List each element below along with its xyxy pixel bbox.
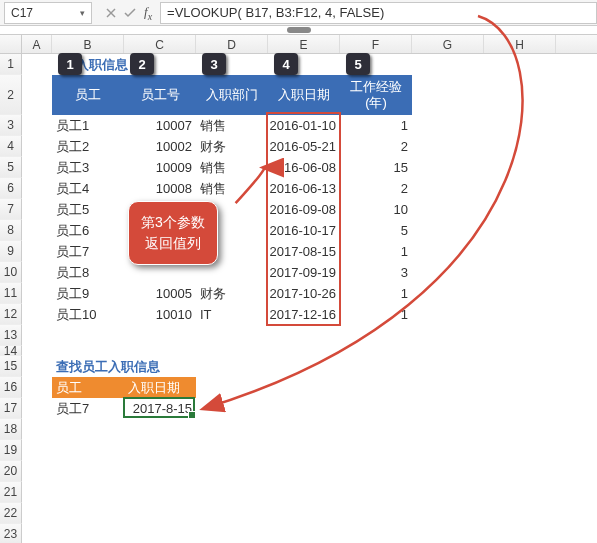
column-badge-5: 5 (346, 53, 370, 75)
col-header-E[interactable]: E (268, 35, 340, 53)
table-row-date: 2017-08-15 (268, 241, 340, 262)
name-box-dropdown-icon[interactable]: ▾ (80, 8, 85, 18)
row-header-8[interactable]: 8 (0, 220, 22, 241)
lookup-result-emp: 员工7 (52, 398, 124, 419)
column-badge-4: 4 (274, 53, 298, 75)
callout-line1: 第3个参数 (141, 212, 205, 233)
row-header-6[interactable]: 6 (0, 178, 22, 199)
lookup-result-date: 2017-8-15 (124, 398, 196, 419)
table-row-dept: 销售 (196, 178, 268, 199)
table-row-emp: 员工9 (52, 283, 124, 304)
table-row-dept: IT (196, 304, 268, 325)
table-row-date: 2016-10-17 (268, 220, 340, 241)
lookup-header-emp: 员工 (52, 377, 124, 398)
table-row-emp: 员工5 (52, 199, 124, 220)
row-header-7[interactable]: 7 (0, 199, 22, 220)
col-header-B[interactable]: B (52, 35, 124, 53)
table-row-exp: 2 (340, 178, 412, 199)
column-badge-1: 1 (58, 53, 82, 75)
cancel-icon[interactable] (106, 8, 116, 18)
table-row-no: 10005 (124, 283, 196, 304)
column-headers: ABCDEFGH (0, 34, 597, 54)
row-header-21[interactable]: 21 (0, 482, 22, 503)
table-header-emp: 员工 (52, 75, 124, 115)
table-row-no: 10002 (124, 136, 196, 157)
table-header-date: 入职日期 (268, 75, 340, 115)
lookup-title: 查找员工入职信息 (52, 356, 252, 377)
row-header-18[interactable]: 18 (0, 419, 22, 440)
col-header-C[interactable]: C (124, 35, 196, 53)
row-header-13[interactable]: 13 (0, 325, 22, 346)
table-row-dept: 销售 (196, 115, 268, 136)
row-header-9[interactable]: 9 (0, 241, 22, 262)
table-row-exp: 5 (340, 220, 412, 241)
row-header-11[interactable]: 11 (0, 283, 22, 304)
table-row-date: 2016-05-21 (268, 136, 340, 157)
row-header-4[interactable]: 4 (0, 136, 22, 157)
callout-line2: 返回值列 (141, 233, 205, 254)
table-row-emp: 员工3 (52, 157, 124, 178)
table-row-emp: 员工7 (52, 241, 124, 262)
row-header-22[interactable]: 22 (0, 503, 22, 524)
row-header-5[interactable]: 5 (0, 157, 22, 178)
table-row-no: 10009 (124, 157, 196, 178)
table-row-emp: 员工4 (52, 178, 124, 199)
row-header-20[interactable]: 20 (0, 461, 22, 482)
row-headers: 1234567891011121314151617181920212223 (0, 54, 22, 543)
table-row-date: 2017-10-26 (268, 283, 340, 304)
formula-bar-grip[interactable] (287, 27, 311, 33)
col-header-G[interactable]: G (412, 35, 484, 53)
row-header-10[interactable]: 10 (0, 262, 22, 283)
table-row-exp: 15 (340, 157, 412, 178)
col-header-D[interactable]: D (196, 35, 268, 53)
formula-text: =VLOOKUP( B17, B3:F12, 4, FALSE) (167, 5, 384, 20)
table-row-emp: 员工1 (52, 115, 124, 136)
table-row-date: 2016-09-08 (268, 199, 340, 220)
column-badge-2: 2 (130, 53, 154, 75)
table-row-dept: 财务 (196, 136, 268, 157)
name-box[interactable]: C17 ▾ (4, 2, 92, 24)
table-row-emp: 员工8 (52, 262, 124, 283)
table-row-exp: 1 (340, 283, 412, 304)
table-row-exp: 10 (340, 199, 412, 220)
row-header-19[interactable]: 19 (0, 440, 22, 461)
row-header-2[interactable]: 2 (0, 75, 22, 115)
table-header-dept: 入职部门 (196, 75, 268, 115)
row-header-23[interactable]: 23 (0, 524, 22, 543)
select-all-corner[interactable] (0, 35, 22, 53)
table-row-date: 2016-06-13 (268, 178, 340, 199)
table-header-exp: 工作经验(年) (340, 75, 412, 115)
col-header-F[interactable]: F (340, 35, 412, 53)
column-badge-3: 3 (202, 53, 226, 75)
row-header-17[interactable]: 17 (0, 398, 22, 419)
formula-controls: fx (98, 4, 160, 22)
row-header-16[interactable]: 16 (0, 377, 22, 398)
cells-area[interactable]: 入职信息员工员工号入职部门入职日期工作经验(年)员工110007销售2016-0… (22, 54, 597, 543)
row-header-1[interactable]: 1 (0, 54, 22, 75)
name-box-value: C17 (11, 6, 33, 20)
fx-icon[interactable]: fx (144, 4, 152, 22)
table-row-date: 2016-06-08 (268, 157, 340, 178)
table-row-no: 10007 (124, 115, 196, 136)
table-row-emp: 员工10 (52, 304, 124, 325)
formula-input[interactable]: =VLOOKUP( B17, B3:F12, 4, FALSE) (160, 2, 597, 24)
table-row-emp: 员工2 (52, 136, 124, 157)
table-row-date: 2016-01-10 (268, 115, 340, 136)
lookup-header-date: 入职日期 (124, 377, 196, 398)
enter-icon[interactable] (124, 8, 136, 18)
table-row-emp: 员工6 (52, 220, 124, 241)
row-header-12[interactable]: 12 (0, 304, 22, 325)
table-row-dept: 财务 (196, 283, 268, 304)
table-row-date: 2017-12-16 (268, 304, 340, 325)
table-row-date: 2017-09-19 (268, 262, 340, 283)
col-header-H[interactable]: H (484, 35, 556, 53)
table-row-no: 10008 (124, 178, 196, 199)
row-header-14[interactable]: 14 (0, 346, 22, 356)
table-row-exp: 3 (340, 262, 412, 283)
col-header-A[interactable]: A (22, 35, 52, 53)
table-row-exp: 2 (340, 136, 412, 157)
row-header-15[interactable]: 15 (0, 356, 22, 377)
row-header-3[interactable]: 3 (0, 115, 22, 136)
table-row-dept: 销售 (196, 157, 268, 178)
table-row-no: 10010 (124, 304, 196, 325)
